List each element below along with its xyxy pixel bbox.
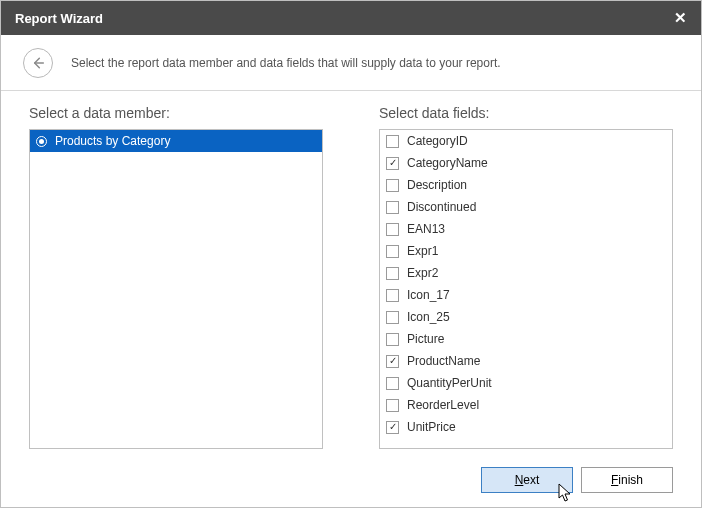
data-field-item-label: ReorderLevel — [407, 398, 479, 412]
checkbox-icon[interactable] — [386, 135, 399, 148]
next-button[interactable]: Next — [481, 467, 573, 493]
wizard-step-description: Select the report data member and data f… — [71, 56, 501, 70]
data-field-item[interactable]: Expr2 — [380, 262, 672, 284]
subheader: Select the report data member and data f… — [1, 35, 701, 91]
data-field-item[interactable]: Description — [380, 174, 672, 196]
data-member-list[interactable]: Products by Category — [29, 129, 323, 449]
data-field-item-label: Expr2 — [407, 266, 438, 280]
wizard-body: Select a data member: Products by Catego… — [1, 91, 701, 453]
data-field-item[interactable]: Discontinued — [380, 196, 672, 218]
data-field-item[interactable]: EAN13 — [380, 218, 672, 240]
checkbox-icon[interactable] — [386, 355, 399, 368]
data-field-item[interactable]: QuantityPerUnit — [380, 372, 672, 394]
data-field-item-label: CategoryID — [407, 134, 468, 148]
data-member-label: Select a data member: — [29, 105, 323, 121]
data-field-item-label: Description — [407, 178, 467, 192]
checkbox-icon[interactable] — [386, 399, 399, 412]
checkbox-icon[interactable] — [386, 311, 399, 324]
footer: Next Finish — [1, 453, 701, 507]
arrow-left-icon — [30, 55, 46, 71]
checkbox-icon[interactable] — [386, 223, 399, 236]
data-field-item[interactable]: Expr1 — [380, 240, 672, 262]
data-field-item-label: ProductName — [407, 354, 480, 368]
report-wizard-window: Report Wizard ✕ Select the report data m… — [0, 0, 702, 508]
checkbox-icon[interactable] — [386, 201, 399, 214]
data-field-item[interactable]: CategoryID — [380, 130, 672, 152]
window-title: Report Wizard — [15, 11, 659, 26]
close-icon: ✕ — [674, 9, 687, 27]
data-field-item[interactable]: Icon_25 — [380, 306, 672, 328]
data-field-item[interactable]: ProductName — [380, 350, 672, 372]
data-field-item[interactable]: Icon_17 — [380, 284, 672, 306]
finish-button-label: Finish — [611, 473, 643, 487]
checkbox-icon[interactable] — [386, 333, 399, 346]
data-field-item[interactable]: UnitPrice — [380, 416, 672, 438]
data-field-item-label: EAN13 — [407, 222, 445, 236]
checkbox-icon[interactable] — [386, 377, 399, 390]
data-field-item[interactable]: CategoryName — [380, 152, 672, 174]
back-button[interactable] — [23, 48, 53, 78]
radio-icon — [36, 136, 47, 147]
next-button-label: Next — [515, 473, 540, 487]
data-member-item-label: Products by Category — [55, 134, 170, 148]
data-field-item-label: Expr1 — [407, 244, 438, 258]
checkbox-icon[interactable] — [386, 245, 399, 258]
checkbox-icon[interactable] — [386, 157, 399, 170]
data-fields-label: Select data fields: — [379, 105, 673, 121]
checkbox-icon[interactable] — [386, 421, 399, 434]
data-field-item[interactable]: ReorderLevel — [380, 394, 672, 416]
checkbox-icon[interactable] — [386, 289, 399, 302]
data-member-item[interactable]: Products by Category — [30, 130, 322, 152]
checkbox-icon[interactable] — [386, 267, 399, 280]
titlebar: Report Wizard ✕ — [1, 1, 701, 35]
finish-button[interactable]: Finish — [581, 467, 673, 493]
data-field-item-label: Icon_25 — [407, 310, 450, 324]
data-field-item-label: UnitPrice — [407, 420, 456, 434]
data-field-item-label: Icon_17 — [407, 288, 450, 302]
data-field-item-label: QuantityPerUnit — [407, 376, 492, 390]
close-button[interactable]: ✕ — [659, 1, 701, 35]
checkbox-icon[interactable] — [386, 179, 399, 192]
data-field-item-label: CategoryName — [407, 156, 488, 170]
data-fields-pane: Select data fields: CategoryIDCategoryNa… — [379, 105, 673, 453]
data-fields-list[interactable]: CategoryIDCategoryNameDescriptionDiscont… — [379, 129, 673, 449]
data-member-pane: Select a data member: Products by Catego… — [29, 105, 323, 453]
data-field-item-label: Picture — [407, 332, 444, 346]
data-field-item-label: Discontinued — [407, 200, 476, 214]
data-field-item[interactable]: Picture — [380, 328, 672, 350]
